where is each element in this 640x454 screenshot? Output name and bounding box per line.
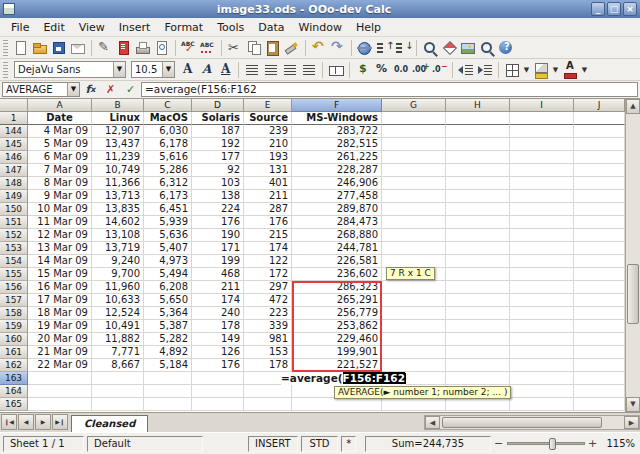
cell-E146[interactable]: 193 bbox=[244, 151, 292, 164]
cell-G147[interactable] bbox=[382, 164, 446, 177]
cell-F149[interactable]: 277,458 bbox=[292, 190, 382, 203]
cell-F150[interactable]: 289,870 bbox=[292, 203, 382, 216]
cell-J162[interactable] bbox=[574, 359, 625, 372]
row-header-158[interactable]: 158 bbox=[0, 307, 28, 320]
cell-A157[interactable]: 17 Mar 09 bbox=[28, 294, 92, 307]
row-header-151[interactable]: 151 bbox=[0, 216, 28, 229]
cell-A158[interactable]: 18 Mar 09 bbox=[28, 307, 92, 320]
cell-F1[interactable]: MS-Windows bbox=[292, 112, 382, 125]
cell-A159[interactable]: 19 Mar 09 bbox=[28, 320, 92, 333]
cell-B152[interactable]: 13,108 bbox=[92, 229, 144, 242]
maximize-button[interactable]: □ bbox=[607, 2, 621, 16]
cell-B156[interactable]: 11,960 bbox=[92, 281, 144, 294]
cell-H156[interactable] bbox=[446, 281, 510, 294]
italic-icon[interactable] bbox=[197, 61, 215, 79]
align-center-icon[interactable] bbox=[262, 61, 280, 79]
cell-C153[interactable]: 5,407 bbox=[144, 242, 192, 255]
first-sheet-icon[interactable]: ❙◀ bbox=[1, 414, 17, 430]
bold-icon[interactable] bbox=[178, 61, 196, 79]
cell-D153[interactable]: 171 bbox=[192, 242, 244, 255]
cell-J1[interactable] bbox=[574, 112, 625, 125]
cell-B146[interactable]: 11,239 bbox=[92, 151, 144, 164]
row-header-1[interactable]: 1 bbox=[0, 112, 28, 125]
cell-A1[interactable]: Date bbox=[28, 112, 92, 125]
vertical-scrollbar[interactable]: ▲ ▼ bbox=[625, 99, 640, 412]
row-header-164[interactable]: 164 bbox=[0, 385, 28, 398]
cell-H161[interactable] bbox=[446, 346, 510, 359]
cell-B149[interactable]: 13,713 bbox=[92, 190, 144, 203]
cell-B157[interactable]: 10,633 bbox=[92, 294, 144, 307]
row-header-160[interactable]: 160 bbox=[0, 333, 28, 346]
cell-H157[interactable] bbox=[446, 294, 510, 307]
cell-G153[interactable] bbox=[382, 242, 446, 255]
cell-J154[interactable] bbox=[574, 255, 625, 268]
standard-format-icon[interactable] bbox=[392, 61, 410, 79]
cell-H145[interactable] bbox=[446, 138, 510, 151]
cell-B161[interactable]: 7,771 bbox=[92, 346, 144, 359]
cell-D148[interactable]: 103 bbox=[192, 177, 244, 190]
row-header-144[interactable]: 144 bbox=[0, 125, 28, 138]
cell-G162[interactable] bbox=[382, 359, 446, 372]
cell-D159[interactable]: 178 bbox=[192, 320, 244, 333]
cell-C157[interactable]: 5,650 bbox=[144, 294, 192, 307]
cell-B1[interactable]: Linux bbox=[92, 112, 144, 125]
previous-sheet-icon[interactable]: ◀ bbox=[18, 414, 34, 430]
cell-C162[interactable]: 5,184 bbox=[144, 359, 192, 372]
cell-G144[interactable] bbox=[382, 125, 446, 138]
cell-H152[interactable] bbox=[446, 229, 510, 242]
cell-C154[interactable]: 4,973 bbox=[144, 255, 192, 268]
row-header-165[interactable]: 165 bbox=[0, 398, 28, 411]
cell-I158[interactable] bbox=[510, 307, 574, 320]
cell-B150[interactable]: 13,835 bbox=[92, 203, 144, 216]
new-document-icon[interactable] bbox=[12, 39, 30, 57]
cell-I145[interactable] bbox=[510, 138, 574, 151]
cell-I146[interactable] bbox=[510, 151, 574, 164]
menu-view[interactable]: View bbox=[72, 19, 112, 36]
cell-J159[interactable] bbox=[574, 320, 625, 333]
cell-C146[interactable]: 5,616 bbox=[144, 151, 192, 164]
cell-A156[interactable]: 16 Mar 09 bbox=[28, 281, 92, 294]
cell-G146[interactable] bbox=[382, 151, 446, 164]
status-insert-mode[interactable]: INSERT bbox=[248, 436, 298, 452]
name-box-dropdown-icon[interactable]: ▼ bbox=[67, 83, 79, 96]
cell-I151[interactable] bbox=[510, 216, 574, 229]
cell-B145[interactable]: 13,437 bbox=[92, 138, 144, 151]
help-icon[interactable] bbox=[497, 39, 515, 57]
gallery-icon[interactable] bbox=[459, 39, 477, 57]
column-header-c[interactable]: C bbox=[144, 99, 192, 112]
next-sheet-icon[interactable]: ▶ bbox=[35, 414, 51, 430]
cell-I157[interactable] bbox=[510, 294, 574, 307]
cell-F147[interactable]: 228,287 bbox=[292, 164, 382, 177]
cell-J147[interactable] bbox=[574, 164, 625, 177]
cell-A144[interactable]: 4 Mar 09 bbox=[28, 125, 92, 138]
sort-ascending-icon[interactable] bbox=[375, 39, 393, 57]
export-pdf-icon[interactable] bbox=[115, 39, 133, 57]
add-decimal-icon[interactable] bbox=[411, 61, 429, 79]
cell-A164[interactable] bbox=[28, 385, 92, 398]
titlebar[interactable]: image33.ods - OOo-dev Calc _□× bbox=[0, 0, 640, 18]
font-size-dropdown-icon[interactable]: ▼ bbox=[162, 62, 174, 77]
cell-I150[interactable] bbox=[510, 203, 574, 216]
cell-B158[interactable]: 12,524 bbox=[92, 307, 144, 320]
cell-E1[interactable]: Source bbox=[244, 112, 292, 125]
cell-A153[interactable]: 13 Mar 09 bbox=[28, 242, 92, 255]
cell-B144[interactable]: 12,907 bbox=[92, 125, 144, 138]
row-header-150[interactable]: 150 bbox=[0, 203, 28, 216]
cell-E159[interactable]: 339 bbox=[244, 320, 292, 333]
cell-A163[interactable] bbox=[28, 372, 92, 385]
cell-D160[interactable]: 149 bbox=[192, 333, 244, 346]
vertical-scroll-track[interactable] bbox=[626, 114, 640, 397]
zoom-out-icon[interactable]: − bbox=[494, 437, 504, 450]
cell-I161[interactable] bbox=[510, 346, 574, 359]
cell-C160[interactable]: 5,282 bbox=[144, 333, 192, 346]
column-header-a[interactable]: A bbox=[28, 99, 92, 112]
menu-help[interactable]: Help bbox=[349, 19, 388, 36]
cell-F145[interactable]: 282,515 bbox=[292, 138, 382, 151]
borders-icon[interactable] bbox=[503, 61, 521, 79]
cell-B160[interactable]: 11,882 bbox=[92, 333, 144, 346]
cell-C165[interactable] bbox=[144, 398, 192, 411]
menu-window[interactable]: Window bbox=[292, 19, 349, 36]
cell-B164[interactable] bbox=[92, 385, 144, 398]
cell-H160[interactable] bbox=[446, 333, 510, 346]
cell-G157[interactable] bbox=[382, 294, 446, 307]
